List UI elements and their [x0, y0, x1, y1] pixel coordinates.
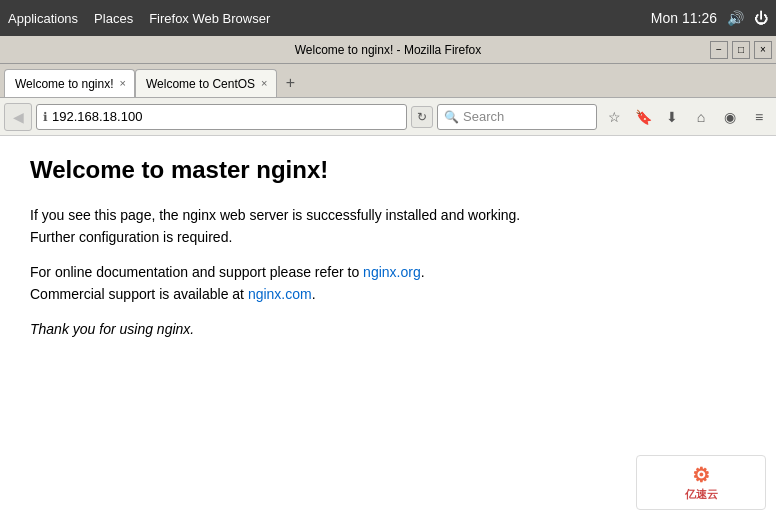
minimize-button[interactable]: −	[710, 41, 728, 59]
address-text: 192.168.18.100	[52, 109, 400, 124]
datetime-label: Mon 11:26	[651, 10, 717, 26]
tab-bar: Welcome to nginx! × Welcome to CentOS × …	[0, 64, 776, 98]
refresh-button[interactable]: ↻	[411, 106, 433, 128]
bookmark-icon[interactable]: 🔖	[630, 104, 656, 130]
home-icon[interactable]: ⌂	[688, 104, 714, 130]
watermark-text: 亿速云	[685, 487, 718, 502]
title-bar: Welcome to nginx! - Mozilla Firefox − □ …	[0, 36, 776, 64]
tab-label-nginx: Welcome to nginx!	[15, 77, 114, 91]
maximize-button[interactable]: □	[732, 41, 750, 59]
tab-close-centos[interactable]: ×	[261, 78, 267, 89]
menu-icon[interactable]: ≡	[746, 104, 772, 130]
para-docs: For online documentation and support ple…	[30, 261, 746, 306]
title-bar-controls: − □ ×	[710, 41, 772, 59]
power-icon[interactable]: ⏻	[754, 10, 768, 26]
tab-label-centos: Welcome to CentOS	[146, 77, 255, 91]
star-icon[interactable]: ☆	[601, 104, 627, 130]
system-bar-left: Applications Places Firefox Web Browser	[8, 11, 270, 26]
para-thanks: Thank you for using nginx.	[30, 318, 746, 340]
page-content: Welcome to master nginx! If you see this…	[0, 136, 776, 520]
system-bar: Applications Places Firefox Web Browser …	[0, 0, 776, 36]
download-icon[interactable]: ⬇	[659, 104, 685, 130]
nav-bar: ◀ ℹ 192.168.18.100 ↻ 🔍 Search ☆ 🔖 ⬇ ⌂ ◉ …	[0, 98, 776, 136]
system-bar-right: Mon 11:26 🔊 ⏻	[651, 10, 768, 26]
close-button[interactable]: ×	[754, 41, 772, 59]
back-button[interactable]: ◀	[4, 103, 32, 131]
search-bar[interactable]: 🔍 Search	[437, 104, 597, 130]
tab-close-nginx[interactable]: ×	[120, 78, 126, 89]
search-placeholder: Search	[463, 109, 504, 124]
nav-icons: ☆ 🔖 ⬇ ⌂ ◉ ≡	[601, 104, 772, 130]
pocket-icon[interactable]: ◉	[717, 104, 743, 130]
tab-nginx[interactable]: Welcome to nginx! ×	[4, 69, 135, 97]
places-menu[interactable]: Places	[94, 11, 133, 26]
page-heading: Welcome to master nginx!	[30, 156, 746, 184]
watermark: ⚙ 亿速云	[636, 455, 766, 510]
nginx-org-link[interactable]: nginx.org	[363, 264, 421, 280]
secure-icon: ℹ	[43, 110, 48, 124]
new-tab-button[interactable]: +	[277, 69, 305, 97]
tab-centos[interactable]: Welcome to CentOS ×	[135, 69, 277, 97]
applications-menu[interactable]: Applications	[8, 11, 78, 26]
volume-icon[interactable]: 🔊	[727, 10, 744, 26]
para-install: If you see this page, the nginx web serv…	[30, 204, 746, 249]
search-icon: 🔍	[444, 110, 459, 124]
firefox-menu[interactable]: Firefox Web Browser	[149, 11, 270, 26]
watermark-logo: ⚙	[692, 463, 710, 487]
nginx-com-link[interactable]: nginx.com	[248, 286, 312, 302]
address-bar[interactable]: ℹ 192.168.18.100	[36, 104, 407, 130]
window-title: Welcome to nginx! - Mozilla Firefox	[295, 43, 482, 57]
